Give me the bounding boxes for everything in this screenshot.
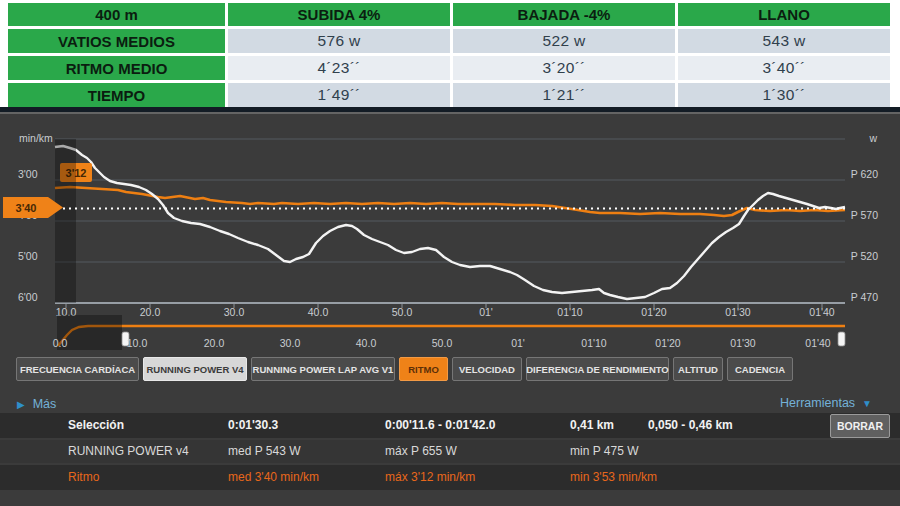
y-left-label: 5'00 — [18, 250, 38, 262]
y-axis-title-pace: min/km — [19, 132, 53, 144]
tab-running-power-v4[interactable]: RUNNING POWER V4 — [143, 357, 247, 381]
table-cell: 522 w — [453, 29, 675, 53]
table-cell: 576 w — [228, 29, 450, 53]
navigator-axis-label: 30.0 — [280, 337, 301, 349]
chevron-down-icon: ▼ — [862, 398, 872, 409]
y-left-label: 3'00 — [18, 168, 38, 180]
navigator-axis-label: 01'30 — [730, 337, 756, 349]
y-right-label: P 470 — [851, 291, 878, 303]
app-root: 400 m SUBIDA 4% BAJADA -4% LLANO VATIOS … — [0, 0, 900, 506]
x-axis-label: 40.0 — [308, 306, 329, 318]
selection-label: Selección — [68, 413, 124, 438]
tab-velocidad[interactable]: VELOCIDAD — [452, 357, 522, 381]
more-expander[interactable]: ▶ Más — [17, 397, 56, 411]
tab-diferencia-de-rendimiento[interactable]: DIFERENCIA DE RENDIMIENTO — [526, 357, 669, 381]
power-med: med P 543 W — [228, 440, 300, 463]
table-header-bajada: BAJADA -4% — [453, 3, 675, 26]
table-cell: 1´49´´ — [228, 83, 450, 107]
x-axis-label: 01'20 — [641, 306, 667, 318]
navigator-axis-label: 10.0 — [127, 337, 148, 349]
tab-frecuencia-cardíaca[interactable]: FRECUENCIA CARDÍACA — [16, 357, 139, 381]
y-axis-title-power: w — [868, 132, 877, 144]
selection-info-row: Selección 0:01'30.3 0:00'11.6 - 0:01'42.… — [0, 413, 900, 438]
delete-selection-button[interactable]: BORRAR — [830, 414, 890, 438]
y-right-label: P 520 — [851, 250, 878, 262]
row-label-tiempo: TIEMPO — [8, 83, 225, 107]
selection-distance: 0,41 km — [570, 413, 614, 438]
selection-time-range: 0:00'11.6 - 0:01'42.0 — [385, 413, 495, 438]
x-axis-label: 01'40 — [809, 306, 835, 318]
tab-altitud[interactable]: ALTITUD — [673, 357, 723, 381]
tab-ritmo[interactable]: RITMO — [399, 357, 448, 381]
summary-table: 400 m SUBIDA 4% BAJADA -4% LLANO VATIOS … — [8, 3, 890, 107]
navigator-axis-label: 20.0 — [204, 337, 225, 349]
table-cell: 543 w — [678, 29, 890, 53]
table-cell: 3´20´´ — [453, 56, 675, 80]
x-axis-label: 01'10 — [557, 306, 583, 318]
table-cell: 4´23´´ — [228, 56, 450, 80]
x-axis-label: 50.0 — [392, 306, 413, 318]
y-right-label: P 570 — [851, 209, 878, 221]
table-header-llano: LLANO — [678, 3, 890, 26]
pace-row-label: Ritmo — [68, 465, 99, 490]
pace-min: min 3'53 min/km — [570, 465, 657, 490]
y-right-label: P 620 — [851, 168, 878, 180]
y-left-label: 6'00 — [18, 291, 38, 303]
row-label-vatios: VATIOS MEDIOS — [8, 29, 225, 53]
table-cell: 1´30´´ — [678, 83, 890, 107]
table-cell: 1´21´´ — [453, 83, 675, 107]
navigator-axis-label: 01'40 — [805, 337, 831, 349]
table-header-distance: 400 m — [8, 3, 225, 26]
navigator-axis-label: 01' — [511, 337, 525, 349]
more-label: Más — [33, 397, 57, 411]
tab-running-power-lap-avg-v1[interactable]: RUNNING POWER LAP AVG V1 — [251, 357, 395, 381]
navigator-axis-label: 01'20 — [655, 337, 681, 349]
table-cell: 3´40´´ — [678, 56, 890, 80]
navigator-axis-label: 01'10 — [581, 337, 607, 349]
pace-line — [55, 187, 845, 216]
navigator-axis-label: 0.0 — [53, 337, 68, 349]
expand-right-icon: ▶ — [17, 399, 25, 410]
metric-tabs: FRECUENCIA CARDÍACARUNNING POWER V4RUNNI… — [16, 357, 793, 381]
x-axis-label: 01' — [479, 306, 493, 318]
pace-stats-row: Ritmo med 3'40 min/km máx 3'12 min/km mi… — [0, 465, 900, 490]
tab-cadencia[interactable]: CADENCIA — [727, 357, 793, 381]
power-max: máx P 655 W — [385, 440, 457, 463]
tools-label: Herramientas — [780, 396, 855, 410]
pace-med: med 3'40 min/km — [228, 465, 319, 490]
navigator-right-handle[interactable] — [838, 332, 845, 346]
power-line — [55, 146, 845, 299]
selection-duration: 0:01'30.3 — [228, 413, 278, 438]
chart-panel: 10.020.030.040.050.001'01'1001'2001'3001… — [0, 112, 900, 506]
x-axis-label: 20.0 — [140, 306, 161, 318]
power-stats-row: RUNNING POWER v4 med P 543 W máx P 655 W… — [0, 440, 900, 463]
unselected-region-overlay — [55, 139, 76, 303]
pace-max: máx 3'12 min/km — [385, 465, 475, 490]
x-axis-label: 30.0 — [224, 306, 245, 318]
x-axis-label: 01'30 — [725, 306, 751, 318]
navigator-axis-label: 50.0 — [432, 337, 453, 349]
selection-distance-range: 0,050 - 0,46 km — [648, 413, 733, 438]
table-header-subida: SUBIDA 4% — [228, 3, 450, 26]
power-row-label: RUNNING POWER v4 — [68, 440, 189, 463]
avg-pace-flag-label: 3'40 — [16, 202, 37, 214]
row-label-ritmo: RITMO MEDIO — [8, 56, 225, 80]
power-min: min P 475 W — [570, 440, 638, 463]
tools-dropdown[interactable]: Herramientas ▼ — [780, 396, 872, 410]
navigator-axis-label: 40.0 — [356, 337, 377, 349]
